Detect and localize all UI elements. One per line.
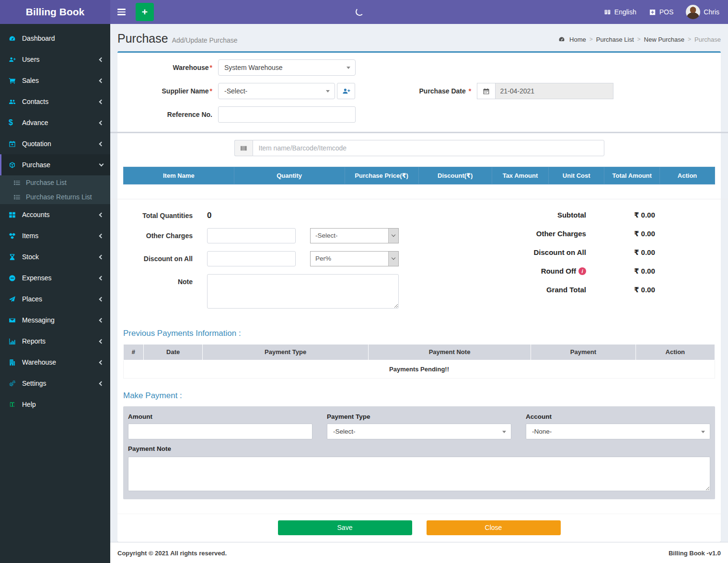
other-charges-summary-value: ₹ 0.00 [634, 230, 655, 238]
sidebar-item-sales[interactable]: Sales [0, 70, 110, 91]
chevron-down-icon [701, 431, 705, 433]
discount-on-all-input[interactable] [207, 251, 296, 266]
account-select[interactable]: -None- [526, 424, 710, 439]
sidebar-item-advance[interactable]: $ Advance [0, 112, 110, 133]
supplier-label: Supplier Name* [125, 87, 218, 95]
sidebar-item-messaging[interactable]: Messaging [0, 310, 110, 331]
version-text: Billing Book -v1.0 [669, 550, 721, 557]
other-charges-type-select[interactable]: -Select- [310, 228, 399, 243]
sidebar-toggle-icon[interactable] [110, 0, 133, 24]
quick-add-button[interactable]: + [136, 3, 154, 21]
home-icon [558, 36, 565, 43]
language-icon [604, 9, 611, 16]
close-button[interactable]: Close [427, 520, 561, 535]
purchase-date-input[interactable] [495, 83, 613, 99]
user-menu[interactable]: Chris [686, 5, 719, 19]
chevron-left-icon [99, 78, 104, 83]
grand-total-label: Grand Total [461, 286, 586, 294]
col-payment: Payment [531, 344, 636, 360]
calendar-plus-icon [9, 140, 16, 148]
sidebar-item-contacts[interactable]: Contacts [0, 91, 110, 112]
page-footer: Copyright © 2021 All rights reserved. Bi… [110, 542, 728, 563]
sidebar-item-help[interactable]: Help [0, 394, 110, 415]
purchase-submenu: Purchase List Purchase Returns List [0, 175, 110, 204]
sidebar-item-places[interactable]: Places [0, 288, 110, 310]
sidebar-item-reports[interactable]: Reports [0, 331, 110, 352]
payment-note-textarea[interactable] [128, 457, 710, 491]
breadcrumb-home[interactable]: Home [569, 36, 586, 43]
col-quantity: Quantity [234, 167, 345, 184]
previous-payments-heading: Previous Payments Information : [123, 329, 715, 338]
user-plus-icon [9, 56, 16, 63]
payments-empty-message: Payments Pending!! [124, 360, 715, 378]
dollar-icon: $ [9, 118, 13, 127]
cube-icon [9, 161, 16, 169]
sidebar-item-settings[interactable]: Settings [0, 373, 110, 394]
sidebar-item-items[interactable]: Items [0, 225, 110, 246]
page-title: Purchase [117, 32, 168, 45]
app-logo[interactable]: Billing Book [0, 0, 110, 24]
col-action: Action [660, 167, 715, 184]
subtotal-value: ₹ 0.00 [634, 211, 655, 219]
save-button[interactable]: Save [278, 520, 412, 535]
info-icon[interactable]: i [578, 267, 586, 275]
sidebar-item-warehouse[interactable]: Warehouse [0, 352, 110, 373]
total-quantities-value: 0 [207, 211, 211, 220]
chevron-down-icon [388, 229, 398, 243]
barcode-icon [240, 145, 247, 152]
purchase-form-box: Warehouse* System Warehouse Supplier Nam… [117, 51, 721, 542]
reference-input[interactable] [218, 106, 356, 123]
col-item-name: Item Name [124, 167, 234, 184]
add-supplier-button[interactable] [337, 83, 355, 99]
previous-payments-table: # Date Payment Type Payment Note Payment… [123, 344, 715, 379]
hourglass-icon [9, 253, 16, 261]
chevron-left-icon [99, 360, 104, 365]
chevron-left-icon [99, 318, 104, 322]
cubes-icon [9, 232, 16, 240]
col-payment-type: Payment Type [203, 344, 369, 360]
sidebar-item-purchase-list[interactable]: Purchase List [0, 175, 110, 190]
pos-label: POS [659, 8, 674, 16]
paper-plane-icon [9, 296, 16, 303]
other-charges-input[interactable] [207, 228, 296, 243]
grand-total-value: ₹ 0.00 [634, 286, 655, 294]
items-table: Item Name Quantity Purchase Price(₹) Dis… [123, 167, 715, 198]
col-tax-amount: Tax Amount [492, 167, 548, 184]
sidebar-item-expenses[interactable]: Expenses [0, 267, 110, 288]
payment-type-select[interactable]: -Select- [327, 424, 511, 439]
payment-note-label: Payment Note [128, 445, 710, 452]
sidebar-item-dashboard[interactable]: Dashboard [0, 28, 110, 49]
page-subtitle: Add/Update Purchase [172, 36, 238, 44]
sidebar: Dashboard Users Sales Contacts $ Advance… [0, 24, 110, 563]
building-icon [9, 359, 16, 366]
sidebar-item-users[interactable]: Users [0, 49, 110, 70]
pos-menu[interactable]: POS [649, 8, 674, 16]
sidebar-item-purchase[interactable]: Purchase [0, 154, 110, 175]
language-menu[interactable]: English [604, 8, 636, 16]
note-textarea[interactable] [207, 274, 399, 309]
chevron-down-icon [347, 67, 350, 69]
chevron-left-icon [99, 233, 104, 238]
items-box: Item Name Quantity Purchase Price(₹) Dis… [110, 132, 728, 199]
sidebar-item-accounts[interactable]: Accounts [0, 204, 110, 225]
sidebar-item-purchase-returns-list[interactable]: Purchase Returns List [0, 190, 110, 204]
item-search-input[interactable] [253, 140, 604, 156]
breadcrumb-purchase-list[interactable]: Purchase List [596, 36, 634, 43]
calendar-button[interactable] [477, 83, 495, 99]
col-hash: # [124, 344, 144, 360]
discount-type-select[interactable]: Per% [310, 251, 399, 266]
discount-summary-label: Discount on All [461, 248, 586, 256]
breadcrumb-new-purchase[interactable]: New Purchase [644, 36, 685, 43]
book-icon [9, 401, 16, 408]
reference-label: Reference No. [125, 111, 218, 118]
supplier-select[interactable]: -Select- [218, 83, 335, 99]
sidebar-item-quotation[interactable]: Quotation [0, 133, 110, 154]
chevron-left-icon [99, 339, 104, 344]
chevron-down-icon [99, 162, 104, 167]
user-name: Chris [704, 8, 719, 16]
round-off-label: Round Offi [461, 267, 586, 275]
col-payment-note: Payment Note [368, 344, 531, 360]
sidebar-item-stock[interactable]: Stock [0, 246, 110, 267]
warehouse-select[interactable]: System Warehouse [218, 59, 356, 76]
amount-input[interactable] [128, 424, 312, 439]
